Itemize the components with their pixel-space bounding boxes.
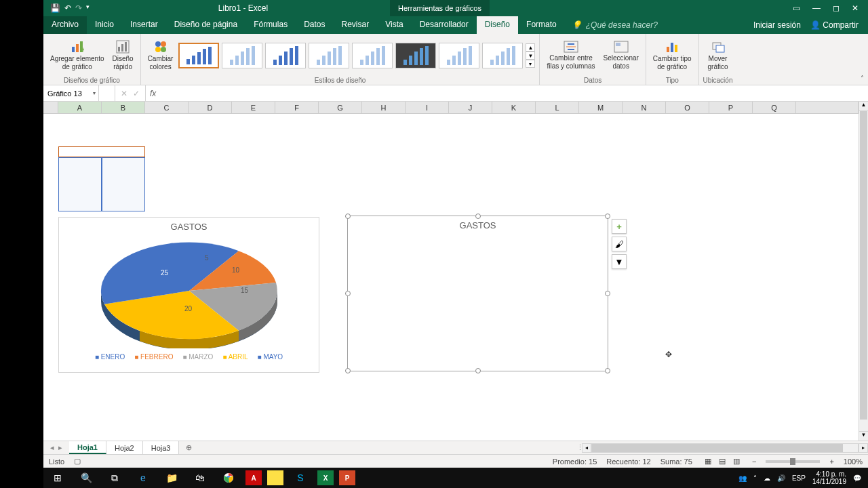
- column-header[interactable]: N: [623, 102, 666, 114]
- view-normal-icon[interactable]: ▦: [702, 457, 714, 465]
- task-view-icon[interactable]: ⧉: [103, 468, 126, 487]
- maximize-icon[interactable]: ◻: [833, 3, 840, 13]
- switch-row-column-button[interactable]: Cambiar entre filas y columnas: [544, 39, 597, 72]
- chart-style-2[interactable]: [222, 43, 262, 68]
- column-header[interactable]: C: [145, 102, 189, 114]
- formula-input[interactable]: [160, 85, 868, 101]
- onedrive-icon[interactable]: ☁: [764, 474, 770, 482]
- chart-style-3[interactable]: [265, 43, 306, 68]
- tell-me-search[interactable]: 💡 ¿Qué desea hacer?: [565, 16, 665, 34]
- chart-filters-button[interactable]: ▼: [612, 254, 627, 269]
- select-all-corner[interactable]: [43, 102, 58, 114]
- column-header[interactable]: M: [579, 102, 623, 114]
- change-colors-button[interactable]: Cambiar colores: [145, 39, 176, 73]
- column-header[interactable]: B: [102, 102, 145, 114]
- sheet-tab-hoja3[interactable]: Hoja3: [143, 441, 180, 454]
- gallery-up-icon[interactable]: ▲: [526, 43, 535, 52]
- view-page-break-icon[interactable]: ▥: [730, 457, 743, 465]
- gallery-more-icon[interactable]: ▾: [526, 60, 535, 68]
- keyboard-lang[interactable]: ESP: [792, 474, 806, 482]
- chart-style-5[interactable]: [352, 43, 393, 68]
- gallery-down-icon[interactable]: ▼: [526, 52, 535, 60]
- column-header[interactable]: D: [189, 102, 232, 114]
- quick-layout-button[interactable]: Diseño rápido: [110, 39, 136, 73]
- sheet-tab-hoja1[interactable]: Hoja1: [69, 441, 106, 454]
- ribbon-display-icon[interactable]: ▭: [793, 3, 800, 13]
- zoom-slider[interactable]: [766, 460, 820, 463]
- column-header[interactable]: L: [536, 102, 579, 114]
- sticky-notes-icon[interactable]: [267, 470, 283, 485]
- people-icon[interactable]: 👥: [738, 474, 747, 482]
- tab-vista[interactable]: Vista: [377, 16, 411, 34]
- save-icon[interactable]: 💾: [50, 3, 60, 13]
- zoom-out-icon[interactable]: −: [752, 458, 756, 466]
- worksheet-grid[interactable]: ABCDEFGHIJKLMNOPQ GASTOS: [43, 102, 868, 441]
- action-center-icon[interactable]: 💬: [853, 474, 861, 482]
- edge-icon[interactable]: e: [132, 468, 155, 487]
- acrobat-icon[interactable]: A: [245, 470, 262, 485]
- file-explorer-icon[interactable]: 📁: [160, 468, 183, 487]
- undo-icon[interactable]: ↶: [64, 3, 71, 13]
- column-header[interactable]: E: [232, 102, 275, 114]
- macro-record-icon[interactable]: ▢: [74, 457, 81, 466]
- column-header[interactable]: P: [709, 102, 753, 114]
- start-button[interactable]: ⊞: [46, 468, 69, 487]
- sheet-nav-first-icon[interactable]: ◂: [50, 443, 54, 452]
- close-icon[interactable]: ✕: [852, 3, 859, 13]
- vertical-scrollbar[interactable]: ▲ ▼: [859, 102, 868, 441]
- hscroll-right-icon[interactable]: ▸: [859, 443, 868, 453]
- system-clock[interactable]: 4:10 p. m.14/11/2019: [812, 470, 846, 485]
- chart-style-8[interactable]: [482, 43, 523, 68]
- tab-diseno-pagina[interactable]: Diseño de página: [166, 16, 245, 34]
- chart-style-4[interactable]: [309, 43, 349, 68]
- column-header[interactable]: I: [406, 102, 449, 114]
- accept-formula-icon[interactable]: ✓: [133, 89, 140, 98]
- scroll-down-icon[interactable]: ▼: [859, 431, 868, 441]
- column-header[interactable]: F: [275, 102, 319, 114]
- tab-formulas[interactable]: Fórmulas: [245, 16, 296, 34]
- view-page-layout-icon[interactable]: ▤: [716, 457, 728, 465]
- tab-chart-formato[interactable]: Formato: [518, 16, 565, 34]
- tab-insertar[interactable]: Insertar: [122, 16, 166, 34]
- chart-style-1[interactable]: [178, 43, 219, 68]
- share-button[interactable]: 👤 Compartir: [810, 20, 859, 30]
- chart-style-6[interactable]: [395, 43, 436, 68]
- tab-chart-diseno[interactable]: Diseño: [477, 16, 518, 34]
- minimize-icon[interactable]: —: [812, 3, 821, 13]
- add-chart-element-button[interactable]: + Agregar elemento de gráfico: [47, 39, 107, 73]
- scroll-up-icon[interactable]: ▲: [859, 102, 868, 111]
- store-icon[interactable]: 🛍: [189, 468, 212, 487]
- customize-qat-icon[interactable]: ▾: [86, 3, 90, 13]
- chart-styles-button[interactable]: 🖌: [612, 237, 627, 251]
- tab-revisar[interactable]: Revisar: [334, 16, 378, 34]
- zoom-level[interactable]: 100%: [844, 458, 863, 466]
- column-header[interactable]: K: [492, 102, 536, 114]
- column-header[interactable]: J: [449, 102, 492, 114]
- sign-in-link[interactable]: Iniciar sesión: [753, 20, 801, 30]
- vscroll-thumb[interactable]: [860, 111, 867, 420]
- pie-chart-object[interactable]: GASTOS 5 10: [58, 217, 319, 373]
- chart-elements-button[interactable]: +: [612, 219, 627, 234]
- name-box[interactable]: Gráfico 13: [43, 85, 99, 101]
- column-header[interactable]: H: [362, 102, 406, 114]
- zoom-in-icon[interactable]: +: [829, 458, 833, 466]
- powerpoint-icon[interactable]: P: [339, 470, 355, 485]
- move-chart-button[interactable]: Mover gráfico: [705, 39, 731, 73]
- chrome-icon[interactable]: [217, 468, 240, 487]
- tray-up-icon[interactable]: ˄: [753, 474, 757, 482]
- column-header[interactable]: A: [58, 102, 102, 114]
- volume-icon[interactable]: 🔊: [777, 474, 785, 482]
- skype-icon[interactable]: S: [289, 468, 312, 487]
- tab-datos[interactable]: Datos: [296, 16, 333, 34]
- horizontal-scrollbar[interactable]: ⋮ ◂ ▸: [576, 441, 868, 454]
- tab-inicio[interactable]: Inicio: [87, 16, 122, 34]
- collapse-ribbon-icon[interactable]: ˄: [861, 75, 864, 82]
- tab-archivo[interactable]: Archivo: [43, 16, 87, 34]
- column-header[interactable]: Q: [753, 102, 796, 114]
- hscroll-thumb[interactable]: [592, 444, 843, 452]
- sheet-nav-prev-icon[interactable]: ▸: [58, 443, 62, 452]
- change-chart-type-button[interactable]: Cambiar tipo de gráfico: [650, 39, 694, 73]
- add-sheet-button[interactable]: ⊕: [179, 441, 199, 454]
- bar-chart-object[interactable]: + 🖌 ▼ GASTOS: [347, 216, 608, 371]
- tab-desarrollador[interactable]: Desarrollador: [412, 16, 477, 34]
